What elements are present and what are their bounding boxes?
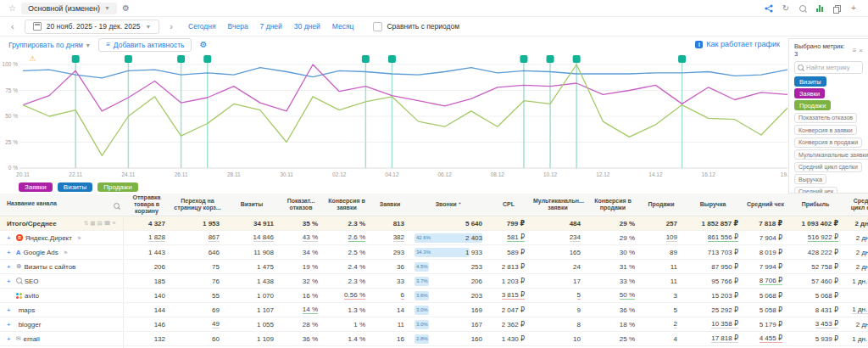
expand-plus-icon[interactable]: + <box>7 249 11 256</box>
chart-icon[interactable] <box>814 3 826 14</box>
metric-search-placeholder: Найти метрику <box>806 64 849 71</box>
report-selector[interactable]: Основной (изменен) ▼ <box>21 3 117 14</box>
activity-marker[interactable] <box>573 55 581 63</box>
activity-marker[interactable] <box>678 55 686 63</box>
activity-marker[interactable] <box>547 55 554 63</box>
expand-plus-icon[interactable]: + <box>7 234 11 242</box>
metric-pill[interactable]: Конверсия в продажи <box>794 138 862 148</box>
column-header-13[interactable]: Средний чек <box>743 194 787 216</box>
column-header-1[interactable]: Отправка товара в корзину <box>123 194 170 216</box>
cell-10: 2 <box>640 317 682 332</box>
group-by-select[interactable]: Группировать по дням ▼ <box>8 41 91 49</box>
add-icon[interactable]: + <box>848 3 860 14</box>
column-header-14[interactable]: Прибыль <box>787 194 843 216</box>
favorite-star-icon[interactable]: ☆ <box>8 3 16 13</box>
column-header-10[interactable]: Конверсия в продажи <box>586 194 640 216</box>
column-header-15[interactable]: Средний цикл сде... <box>843 194 868 216</box>
expand-plus-icon[interactable]: + <box>7 263 11 271</box>
x-axis-label: 02.12 <box>332 171 347 177</box>
column-header-11[interactable]: Продажи <box>640 194 682 216</box>
channel-name-cell[interactable]: +blogger <box>0 317 123 332</box>
column-header-5[interactable]: Конверсия в заявки <box>323 194 370 216</box>
cell-4: 2.6 % <box>323 231 370 245</box>
column-header-4[interactable]: Показат... отказов <box>279 194 323 216</box>
copy-icon[interactable] <box>831 3 843 14</box>
metric-search-input[interactable]: Найти метрику <box>794 61 863 74</box>
metric-chip-selected[interactable]: Заявки <box>794 88 825 98</box>
metric-pill[interactable]: Конверсия в заявки <box>794 125 857 135</box>
chevron-down-icon: ▼ <box>85 42 91 48</box>
legend-chip-Заявки[interactable]: Заявки <box>19 182 53 192</box>
metric-chip-selected[interactable]: Продажи <box>794 100 831 110</box>
traffic-chart[interactable]: ⚠ 100 %75 %50 %25 %0 %20.1122.1124.1126.… <box>0 53 868 180</box>
add-activity-button[interactable]: ≡ Добавить активность <box>98 38 192 52</box>
column-header-7[interactable]: Звонки ⁺ <box>409 194 487 216</box>
warning-icon[interactable]: ⚠ <box>29 54 36 63</box>
column-header-12[interactable]: Выручка <box>682 194 743 216</box>
quick-range-3[interactable]: 7 дней <box>260 22 282 31</box>
how-chart-works-link[interactable]: i Как работает график <box>695 40 780 48</box>
y-axis-label: 0 % <box>8 165 18 171</box>
expand-plus-icon[interactable]: + <box>7 335 11 343</box>
metric-pill[interactable]: Показатель отказов <box>794 113 857 123</box>
channel-name-cell[interactable]: +ЯЯндекс.Директ⚑ <box>0 231 123 245</box>
compare-checkbox[interactable] <box>373 22 382 31</box>
channel-name-cell[interactable]: avito <box>0 289 123 303</box>
totals-cell-11: 1 852 857 ₽ <box>682 216 743 231</box>
cell-7: 589 ₽ <box>487 245 530 260</box>
next-period-arrow[interactable]: › <box>167 21 175 31</box>
channel-name-cell[interactable]: +SEO <box>0 274 123 289</box>
activity-marker[interactable] <box>72 55 80 63</box>
metric-pill[interactable]: Мультиканальные заявки <box>794 149 868 160</box>
cell-0: 185 <box>123 274 170 289</box>
column-header-0[interactable]: Название канала <box>0 194 123 216</box>
channel-name-cell[interactable]: +✉email <box>0 332 123 346</box>
cell-3: 28 % <box>279 317 323 332</box>
refresh-icon[interactable]: ↻ <box>780 3 792 14</box>
calls-percent: 3.7% <box>415 278 428 283</box>
quick-range-4[interactable]: 30 дней <box>294 22 320 31</box>
share-icon[interactable] <box>763 3 775 14</box>
report-settings-gear-icon[interactable]: ⚙ <box>122 4 130 13</box>
activity-marker[interactable] <box>203 55 211 63</box>
channel-search-icon[interactable] <box>114 203 120 209</box>
calls-cell: 2.8%160 <box>415 334 482 344</box>
channel-name-cell[interactable]: +AGoogle Ads⚑ <box>0 245 123 260</box>
column-header-2[interactable]: Переход на страницу корз... <box>170 194 225 216</box>
cell-8: 10 <box>530 332 586 346</box>
legend-chip-Визиты[interactable]: Визиты <box>58 182 92 192</box>
activity-marker[interactable] <box>177 55 185 63</box>
metric-pill[interactable]: Выручка <box>794 174 826 184</box>
prev-period-arrow[interactable]: ‹ <box>8 21 17 31</box>
column-header-6[interactable]: Заявки <box>370 194 409 216</box>
cell-5: 293 <box>370 245 409 260</box>
legend-chip-Продажи[interactable]: Продажи <box>97 182 137 192</box>
expand-plus-icon[interactable]: + <box>7 278 11 285</box>
cell-13: 57 460 ₽ <box>787 274 843 289</box>
expand-plus-icon[interactable]: + <box>7 321 11 328</box>
metric-chip-selected[interactable]: Визиты <box>794 76 826 87</box>
activity-marker[interactable] <box>520 55 527 63</box>
metric-pill[interactable]: Средний чек <box>794 187 837 194</box>
channel-name-cell[interactable]: +maps <box>0 303 123 317</box>
quick-range-2[interactable]: Вчера <box>228 22 248 31</box>
activity-marker[interactable] <box>125 55 132 63</box>
column-header-3[interactable]: Визиты <box>225 194 279 216</box>
column-header-9[interactable]: Мультиканальн... заявки <box>530 194 586 216</box>
channel-name-cell[interactable]: +⊕Визиты с сайтов <box>0 260 123 274</box>
search-icon[interactable] <box>797 3 809 14</box>
expand-plus-icon[interactable]: + <box>7 306 11 314</box>
column-header-8[interactable]: CPL <box>487 194 530 216</box>
quick-range-5[interactable]: Месяц <box>332 22 354 31</box>
totals-toolbar-icons[interactable]: ⇅▦▤☎≡ <box>84 220 118 227</box>
chart-settings-gear-icon[interactable]: ⚙ <box>199 41 207 49</box>
cell-10: 11 <box>640 274 682 289</box>
date-range-picker[interactable]: 20 нояб. 2025 - 19 дек. 2025 ▼ <box>25 20 160 34</box>
metric-pill[interactable]: Средний цикл сделки <box>794 162 862 172</box>
quick-range-1[interactable]: Сегодня <box>188 22 216 31</box>
metrics-list-icon[interactable]: ≡ <box>853 47 857 54</box>
compare-with-period[interactable]: Сравнить с периодом <box>373 22 459 31</box>
close-icon[interactable]: × <box>859 47 863 54</box>
activity-marker[interactable] <box>388 55 396 63</box>
activity-marker[interactable] <box>362 55 370 63</box>
